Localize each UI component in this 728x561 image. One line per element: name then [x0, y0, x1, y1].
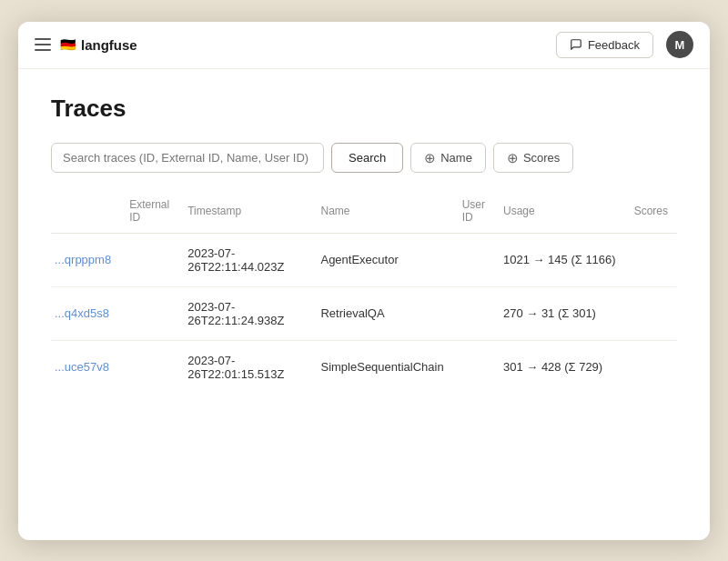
topbar-right: Feedback M [556, 31, 693, 58]
trace-timestamp: 2023-07-26T22:01:15.513Z [178, 340, 311, 394]
scores-filter-label: Scores [523, 151, 560, 165]
table-row: ...qrpppm82023-07-26T22:11:44.023ZAgentE… [51, 233, 677, 286]
feedback-label: Feedback [588, 38, 640, 52]
trace-name: RetrievalQA [311, 286, 452, 340]
trace-external-id [120, 233, 178, 286]
trace-scores [625, 233, 677, 286]
col-header-name: Name [311, 189, 452, 234]
col-header-external-id: ExternalID [120, 189, 178, 234]
app-name: langfuse [81, 37, 137, 53]
logo-area: 🇩🇪 langfuse [60, 37, 137, 53]
hamburger-menu-button[interactable] [35, 38, 51, 51]
col-header-id [51, 189, 120, 234]
col-header-user-id: UserID [453, 189, 494, 234]
search-button[interactable]: Search [331, 143, 403, 173]
filter-bar: Search ⊕ Name ⊕ Scores [51, 143, 677, 173]
avatar[interactable]: M [666, 31, 693, 58]
trace-external-id [120, 286, 178, 340]
trace-name: AgentExecutor [311, 233, 452, 286]
trace-timestamp: 2023-07-26T22:11:44.023Z [178, 233, 311, 286]
trace-user-id [453, 286, 494, 340]
table-body: ...qrpppm82023-07-26T22:11:44.023ZAgentE… [51, 233, 677, 394]
search-button-label: Search [349, 151, 386, 165]
trace-user-id [453, 340, 494, 394]
trace-usage: 270 → 31 (Σ 301) [494, 286, 625, 340]
table-row: ...uce57v82023-07-26T22:01:15.513ZSimple… [51, 340, 677, 394]
trace-id-link[interactable]: ...qrpppm8 [55, 253, 111, 266]
topbar: 🇩🇪 langfuse Feedback M [18, 22, 710, 69]
search-input[interactable] [51, 143, 324, 173]
trace-name: SimpleSequentialChain [311, 340, 452, 394]
trace-id-link[interactable]: ...q4xd5s8 [55, 306, 109, 320]
app-window: 🇩🇪 langfuse Feedback M Traces Search [18, 22, 710, 540]
trace-scores [625, 340, 677, 394]
name-filter-label: Name [440, 151, 472, 165]
trace-usage: 301 → 428 (Σ 729) [494, 340, 625, 394]
table-header-row: ExternalID Timestamp Name UserID Usage S… [51, 189, 677, 234]
plus-icon-2: ⊕ [507, 151, 519, 165]
trace-usage: 1021 → 145 (Σ 1166) [494, 233, 625, 286]
trace-scores [625, 286, 677, 340]
logo-flag-icon: 🇩🇪 [60, 37, 76, 52]
table-row: ...q4xd5s82023-07-26T22:11:24.938ZRetrie… [51, 286, 677, 340]
col-header-scores: Scores [625, 189, 677, 234]
scores-filter-button[interactable]: ⊕ Scores [493, 143, 573, 173]
col-header-timestamp: Timestamp [178, 189, 311, 234]
topbar-left: 🇩🇪 langfuse [35, 37, 137, 53]
page-title: Traces [51, 95, 677, 123]
search-input-wrapper [51, 143, 324, 173]
plus-icon: ⊕ [424, 151, 436, 165]
col-header-usage: Usage [494, 189, 625, 234]
trace-external-id [120, 340, 178, 394]
traces-table: ExternalID Timestamp Name UserID Usage S… [51, 189, 677, 394]
feedback-button[interactable]: Feedback [556, 32, 653, 58]
trace-timestamp: 2023-07-26T22:11:24.938Z [178, 286, 311, 340]
name-filter-button[interactable]: ⊕ Name [410, 143, 486, 173]
feedback-icon [570, 38, 582, 51]
main-content: Traces Search ⊕ Name ⊕ Scores E [18, 69, 710, 540]
trace-user-id [453, 233, 494, 286]
trace-id-link[interactable]: ...uce57v8 [55, 360, 109, 374]
